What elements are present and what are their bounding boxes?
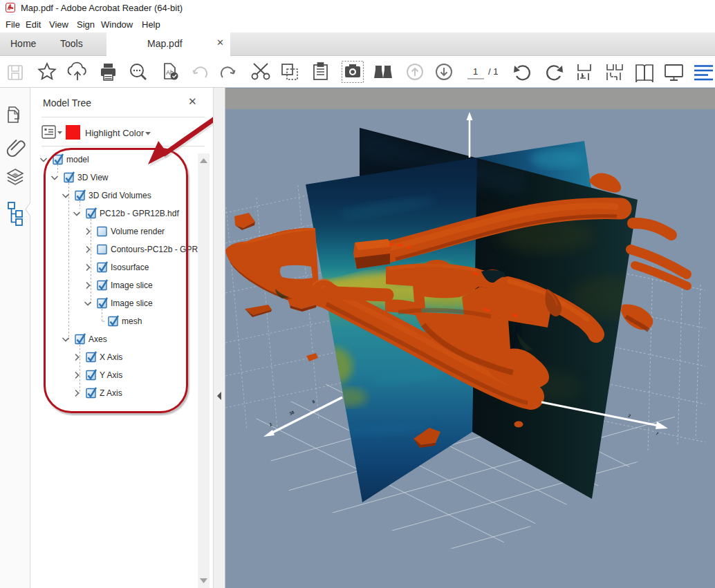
svg-text:Axes: Axes <box>89 334 107 344</box>
svg-text:Z Axis: Z Axis <box>100 388 122 398</box>
svg-text:3D Grid Volumes: 3D Grid Volumes <box>89 191 151 200</box>
svg-text:Y Axis: Y Axis <box>100 370 122 380</box>
svg-text:X Axis: X Axis <box>100 352 122 362</box>
svg-text:Contours-PC12b - GPR1: Contours-PC12b - GPR1 <box>111 245 200 254</box>
svg-text:1: 1 <box>473 66 478 77</box>
svg-text:3D View: 3D View <box>77 173 109 182</box>
svg-text:mesh: mesh <box>122 316 142 326</box>
svg-text:PC12b - GPR12B.hdf: PC12b - GPR12B.hdf <box>100 209 179 218</box>
svg-text:Volume render: Volume render <box>111 227 165 236</box>
svg-text:model: model <box>66 155 89 164</box>
svg-text:Isosurface: Isosurface <box>111 263 149 272</box>
svg-text:Image slice: Image slice <box>111 281 153 290</box>
svg-text:/ 1: / 1 <box>488 66 498 77</box>
svg-text:Image slice: Image slice <box>111 298 153 308</box>
